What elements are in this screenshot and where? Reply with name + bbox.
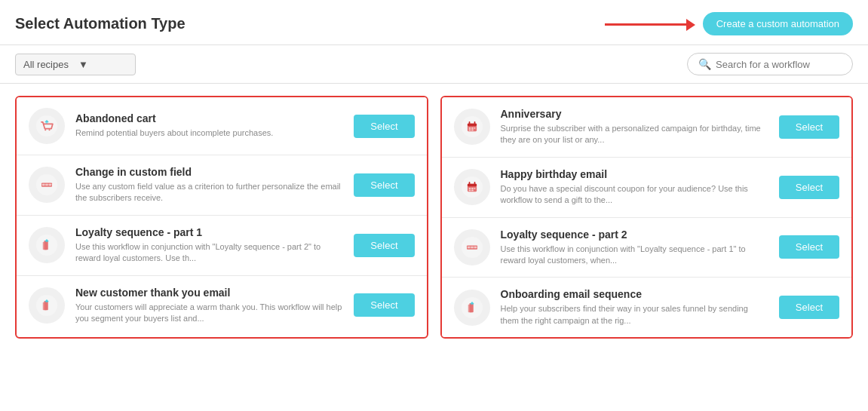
- left-column: Abandoned cart Remind potential buyers a…: [15, 96, 428, 339]
- svg-rect-22: [468, 130, 471, 131]
- select-button-new-customer[interactable]: Select: [354, 293, 414, 317]
- main-content: Abandoned cart Remind potential buyers a…: [0, 84, 868, 351]
- svg-rect-5: [42, 184, 45, 186]
- select-button-loyalty-part2[interactable]: Select: [779, 235, 839, 259]
- svg-rect-41: [468, 304, 471, 312]
- card-icon-field: [29, 167, 65, 203]
- search-box: 🔍: [687, 53, 853, 75]
- select-button-birthday-email[interactable]: Select: [779, 176, 839, 199]
- select-button-loyalty-part1[interactable]: Select: [354, 234, 414, 257]
- svg-rect-38: [474, 247, 477, 249]
- right-column: Anniversary Surprise the subscriber with…: [440, 96, 854, 339]
- svg-rect-23: [471, 130, 474, 131]
- card-text-abandoned-cart: Abandoned cart Remind potential buyers a…: [75, 112, 343, 139]
- card-abandoned-cart: Abandoned cart Remind potential buyers a…: [17, 97, 427, 155]
- search-input[interactable]: [716, 59, 836, 70]
- card-loyalty-part1: Loyalty sequence - part 1 Use this workf…: [17, 216, 427, 276]
- card-icon-loyalty1: [29, 227, 65, 263]
- svg-point-2: [48, 129, 50, 130]
- card-text-birthday-email: Happy birthday email Do you have a speci…: [501, 168, 768, 207]
- card-new-customer: New customer thank you email Your custom…: [17, 276, 427, 336]
- header-actions: Create a custom automation: [605, 12, 853, 35]
- select-button-onboarding[interactable]: Select: [779, 296, 839, 319]
- card-text-anniversary: Anniversary Surprise the subscriber with…: [501, 108, 768, 146]
- toolbar: All recipes ▼ 🔍: [0, 45, 868, 84]
- card-desc-anniversary: Surprise the subscriber with a personali…: [501, 123, 768, 146]
- svg-rect-31: [474, 188, 475, 189]
- card-text-onboarding: Onboarding email sequence Help your subs…: [501, 288, 768, 327]
- card-text-new-customer: New customer thank you email Your custom…: [75, 287, 343, 325]
- card-desc-new-customer: Your customers will appreciate a warm th…: [75, 302, 343, 325]
- create-automation-button[interactable]: Create a custom automation: [703, 12, 853, 35]
- recipes-dropdown[interactable]: All recipes ▼: [15, 54, 136, 75]
- card-icon-new-customer: [29, 287, 65, 324]
- card-icon-bag: [29, 108, 65, 144]
- svg-rect-7: [49, 184, 52, 186]
- svg-rect-13: [43, 302, 47, 311]
- card-change-custom-field: Change in custom field Use any custom fi…: [17, 155, 427, 216]
- svg-rect-10: [43, 242, 47, 250]
- card-title-new-customer: New customer thank you email: [75, 287, 343, 299]
- card-anniversary: Anniversary Surprise the subscriber with…: [442, 97, 852, 158]
- card-title-change-custom-field: Change in custom field: [75, 166, 343, 178]
- card-desc-change-custom-field: Use any custom field value as a criterio…: [75, 181, 343, 204]
- svg-rect-19: [468, 127, 471, 129]
- select-button-abandoned-cart[interactable]: Select: [354, 115, 414, 138]
- svg-point-1: [44, 129, 46, 130]
- card-title-birthday-email: Happy birthday email: [501, 168, 768, 180]
- card-text-change-custom-field: Change in custom field Use any custom fi…: [75, 166, 343, 204]
- card-desc-birthday-email: Do you have a special discount coupon fo…: [501, 183, 768, 207]
- card-onboarding: Onboarding email sequence Help your subs…: [442, 278, 852, 337]
- card-title-onboarding: Onboarding email sequence: [501, 288, 768, 300]
- card-icon-birthday: [454, 169, 490, 205]
- svg-rect-29: [468, 188, 471, 189]
- select-button-change-custom-field[interactable]: Select: [354, 173, 414, 197]
- card-loyalty-part2: Loyalty sequence - part 2 Use this workf…: [442, 218, 852, 278]
- svg-rect-30: [471, 188, 474, 189]
- chevron-down-icon: ▼: [78, 59, 127, 70]
- arrow-decoration: [605, 17, 695, 32]
- card-title-loyalty-part1: Loyalty sequence - part 1: [75, 226, 343, 238]
- search-icon: 🔍: [698, 58, 711, 70]
- card-desc-abandoned-cart: Remind potential buyers about incomplete…: [75, 127, 343, 139]
- card-icon-onboarding: [454, 290, 490, 326]
- dropdown-label: All recipes: [23, 59, 72, 70]
- card-birthday-email: Happy birthday email Do you have a speci…: [442, 158, 852, 218]
- svg-rect-33: [471, 190, 474, 192]
- svg-rect-6: [45, 184, 48, 186]
- page-header: Select Automation Type Create a custom a…: [0, 0, 868, 45]
- card-icon-loyalty2: [454, 229, 490, 265]
- svg-rect-37: [471, 247, 474, 249]
- card-title-abandoned-cart: Abandoned cart: [75, 112, 343, 124]
- card-text-loyalty-part1: Loyalty sequence - part 1 Use this workf…: [75, 226, 343, 265]
- card-title-loyalty-part2: Loyalty sequence - part 2: [501, 229, 768, 241]
- card-icon-anniversary: [454, 109, 490, 145]
- card-desc-onboarding: Help your subscribers find their way in …: [501, 303, 768, 327]
- select-button-anniversary[interactable]: Select: [779, 115, 839, 139]
- svg-rect-32: [468, 190, 471, 192]
- svg-rect-21: [474, 127, 475, 129]
- svg-rect-36: [467, 247, 470, 249]
- card-desc-loyalty-part2: Use this workflow in conjunction with "L…: [501, 244, 768, 267]
- card-text-loyalty-part2: Loyalty sequence - part 2 Use this workf…: [501, 229, 768, 267]
- page-title: Select Automation Type: [15, 15, 186, 32]
- svg-rect-20: [471, 127, 474, 129]
- svg-point-0: [36, 115, 57, 136]
- card-title-anniversary: Anniversary: [501, 108, 768, 120]
- card-desc-loyalty-part1: Use this workflow in conjunction with "L…: [75, 241, 343, 265]
